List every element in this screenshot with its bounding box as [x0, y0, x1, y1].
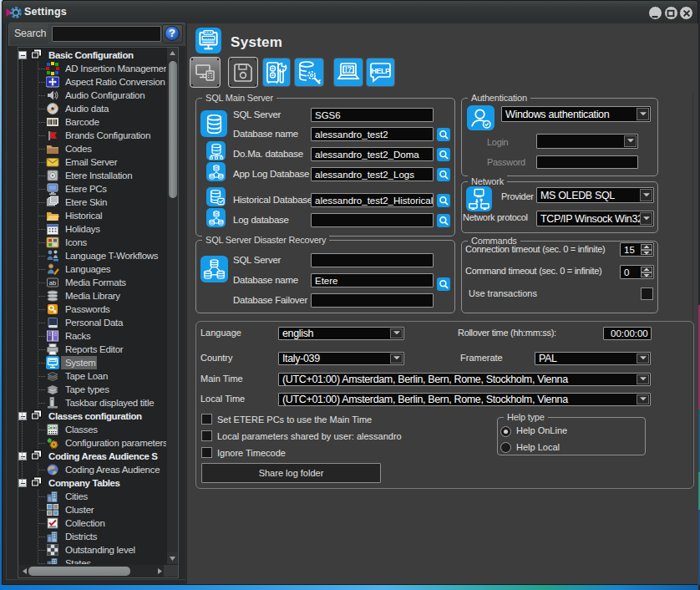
- svg-text:HELP: HELP: [371, 67, 390, 75]
- svg-text:ab: ab: [49, 279, 56, 287]
- svg-text:[!?]: [!?]: [342, 65, 355, 74]
